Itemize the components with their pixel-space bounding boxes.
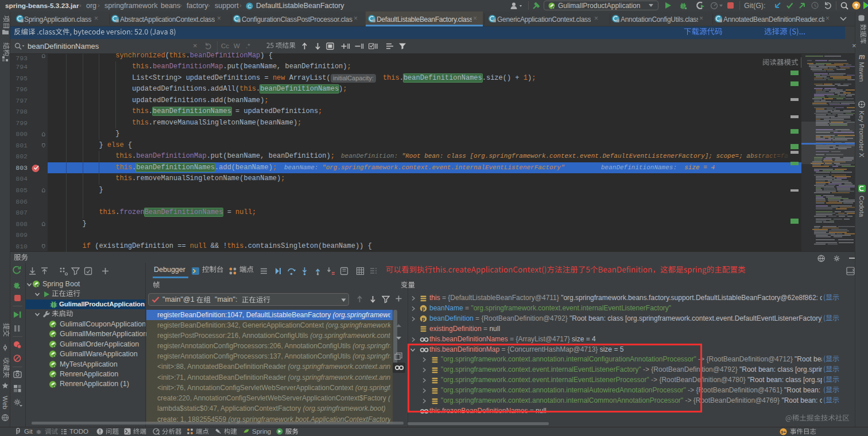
svg-text:p: p xyxy=(422,306,425,312)
svg-text:p: p xyxy=(422,316,425,322)
svg-text:9+: 9+ xyxy=(781,430,786,435)
svg-text:C: C xyxy=(247,3,251,9)
